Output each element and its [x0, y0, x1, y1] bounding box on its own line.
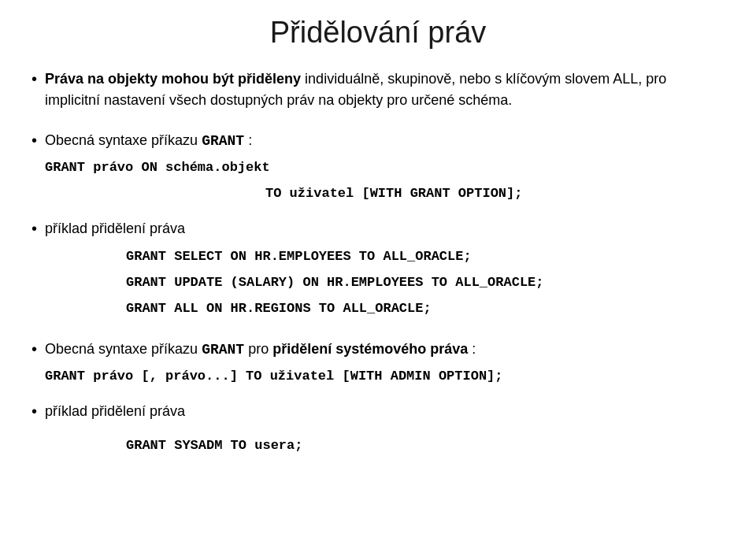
section2-example1: GRANT SELECT ON HR.EMPLOYEES TO ALL_ORAC…	[126, 246, 724, 269]
section2-example-label: příklad přidělení práva	[45, 221, 185, 236]
section2-example2: GRANT UPDATE (SALARY) ON HR.EMPLOYEES TO…	[126, 272, 724, 295]
bullet-icon-1: •	[32, 70, 37, 88]
section3-code-line: GRANT právo [, právo...] TO uživatel [WI…	[45, 365, 724, 388]
section3-example-text: příklad přidělení práva	[45, 401, 724, 422]
section2-code-line2: TO uživatel [WITH GRANT OPTION];	[265, 183, 724, 206]
section2-examples: GRANT SELECT ON HR.EMPLOYEES TO ALL_ORAC…	[63, 246, 724, 321]
section1-text: Práva na objekty mohou být přiděleny ind…	[45, 69, 724, 111]
section2-intro-text: Obecná syntaxe příkazu	[45, 132, 202, 148]
bullet-icon-3: •	[32, 220, 37, 238]
section2-intro-suffix: :	[244, 132, 252, 148]
bullet-icon-5: •	[32, 402, 37, 421]
bullet-icon-4: •	[32, 340, 37, 358]
section3-text: Obecná syntaxe příkazu GRANT pro přiděle…	[45, 339, 724, 388]
section3-bullet: • Obecná syntaxe příkazu GRANT pro přidě…	[32, 339, 724, 388]
section2-bullet: • Obecná syntaxe příkazu GRANT : GRANT p…	[32, 130, 724, 206]
section1-bold: Práva na objekty mohou být přiděleny	[45, 71, 301, 87]
page-title: Přidělování práv	[32, 16, 724, 50]
section3-example-bullet: • příklad přidělení práva	[32, 401, 724, 422]
section2-grant-keyword: GRANT	[202, 133, 244, 149]
section2-code-line1: GRANT právo ON schéma.objekt	[45, 157, 724, 180]
bullet-icon-2: •	[32, 132, 37, 150]
section2-intro: Obecná syntaxe příkazu GRANT :	[45, 130, 724, 152]
section3-examples: GRANT SYSADM TO usera;	[63, 435, 724, 458]
section2-example3: GRANT ALL ON HR.REGIONS TO ALL_ORACLE;	[126, 298, 724, 321]
section3-intro-middle: pro	[244, 341, 272, 357]
section3-intro: Obecná syntaxe příkazu GRANT pro přiděle…	[45, 339, 724, 361]
section2-example-text: příklad přidělení práva	[45, 218, 724, 239]
section1-bullet: • Práva na objekty mohou být přiděleny i…	[32, 69, 724, 111]
section2-text: Obecná syntaxe příkazu GRANT : GRANT prá…	[45, 130, 724, 206]
section3-intro-text: Obecná syntaxe příkazu	[45, 341, 202, 357]
section3-example1: GRANT SYSADM TO usera;	[126, 435, 724, 458]
section3-example-label: příklad přidělení práva	[45, 403, 185, 419]
section3-intro-suffix: :	[468, 341, 476, 357]
section2-example-bullet: • příklad přidělení práva	[32, 218, 724, 239]
section3-grant-keyword: GRANT	[202, 342, 244, 358]
section3-intro-bold: přidělení systémového práva	[272, 341, 468, 357]
